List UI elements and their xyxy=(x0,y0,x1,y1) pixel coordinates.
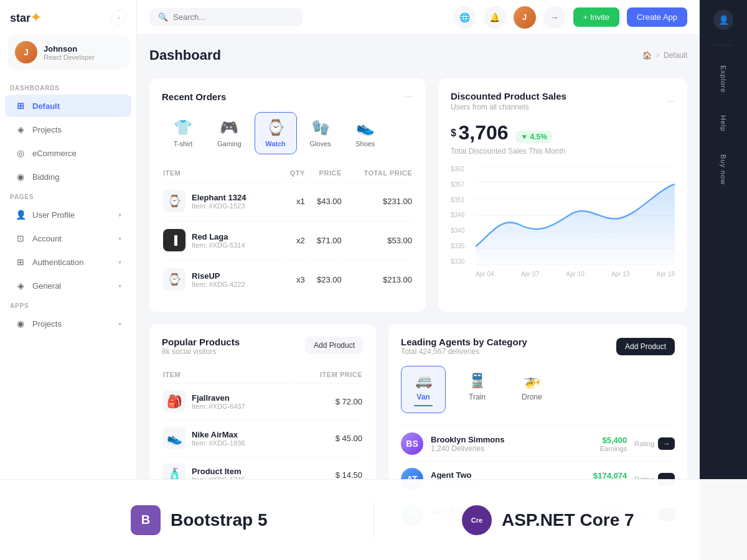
invite-button[interactable]: + Invite xyxy=(573,7,619,27)
product-price: $ 72.00 xyxy=(295,383,362,419)
category-tabs: 👕 T-shirt 🎮 Gaming ⌚ Watch 🧤 xyxy=(162,112,413,154)
avatar: J xyxy=(15,41,37,63)
sales-number: 3,706 xyxy=(459,121,509,144)
item-qty: x2 xyxy=(283,221,305,259)
list-item: 🎒 Fjallraven Item: #XDG-6437 $ 72.00 xyxy=(163,383,362,419)
agent-tab-train[interactable]: 🚆 Train xyxy=(456,366,499,413)
search-box[interactable]: 🔍 xyxy=(149,8,303,26)
products-table: ITEM ITEM PRICE 🎒 Fjallraven xyxy=(162,366,364,493)
globe-icon[interactable]: 🌐 xyxy=(454,6,476,29)
bootstrap-label: Bootstrap 5 xyxy=(171,510,268,530)
sidebar-item-label: User Profile xyxy=(32,210,75,220)
sidebar-item-authentication[interactable]: ⊞ Authentication ▾ xyxy=(5,251,131,273)
bootstrap-badge: B xyxy=(131,505,161,535)
right-panel-avatar[interactable]: 👤 xyxy=(713,10,733,30)
agent-tab-drone[interactable]: 🚁 Drone xyxy=(509,366,555,413)
agent-tab-van[interactable]: 🚐 Van xyxy=(401,366,446,413)
apps-projects-icon: ◉ xyxy=(15,318,26,329)
sidebar-item-account[interactable]: ⊡ Account ▾ xyxy=(5,227,131,250)
sales-description: Total Discounted Sales This Month xyxy=(451,147,675,156)
explore-label[interactable]: Explore xyxy=(720,60,727,98)
list-item: 👟 Nike AirMax Item: #XDG-1836 $ 45.00 xyxy=(163,420,362,455)
product-name: Nike AirMax xyxy=(192,430,245,439)
product-image: 🎒 xyxy=(163,390,186,413)
category-tab-watch[interactable]: ⌚ Watch xyxy=(255,112,297,154)
sidebar-item-projects[interactable]: ◈ Projects xyxy=(5,118,131,141)
item-image: ▐ xyxy=(163,229,186,251)
sidebar-collapse-button[interactable]: ‹ xyxy=(111,10,126,25)
rating-button[interactable]: → xyxy=(658,437,675,450)
sales-badge: ▼ 4.5% xyxy=(515,131,552,143)
sidebar-item-bidding[interactable]: ◉ Bidding xyxy=(5,166,131,188)
sidebar-item-apps-projects[interactable]: ◉ Projects ▾ xyxy=(5,312,131,335)
item-price: $23.00 xyxy=(306,260,342,298)
popular-products-title: Popular Products xyxy=(162,337,240,347)
create-app-button[interactable]: Create App xyxy=(627,7,687,27)
agents-title: Leading Agents by Category xyxy=(401,337,527,347)
category-tab-shoes[interactable]: 👟 Shoes xyxy=(344,112,387,154)
sidebar-item-label: eCommerce xyxy=(32,149,77,158)
recent-orders-card: Recent Orders ··· 👕 T-shirt 🎮 Gaming xyxy=(149,78,426,312)
card-menu-icon[interactable]: ··· xyxy=(405,91,413,102)
sidebar-item-ecommerce[interactable]: ◎ eCommerce xyxy=(5,142,131,164)
item-id: Item: #XDG-1523 xyxy=(192,202,246,210)
col-total: TOTAL PRICE xyxy=(343,166,412,180)
dollar-sign: $ xyxy=(451,128,456,138)
agents-add-product-button[interactable]: Add Product xyxy=(616,338,675,355)
sidebar-item-general[interactable]: ◈ General ▾ xyxy=(5,274,131,297)
earnings-label: Earnings xyxy=(571,445,627,452)
promo-overlay: B Bootstrap 5 Cre ASP.NET Core 7 xyxy=(0,479,747,560)
product-image: 👟 xyxy=(163,427,186,449)
aspnet-icon: Cre xyxy=(471,516,482,524)
agent-deliveries: 1,240 Deliveries xyxy=(431,444,563,453)
sales-amount: $ 3,706 ▼ 4.5% xyxy=(451,121,675,144)
product-name: Product Item xyxy=(192,467,245,476)
category-tab-gloves[interactable]: 🧤 Gloves xyxy=(299,112,342,154)
dashboards-section-label: DASHBOARDS xyxy=(0,80,136,94)
col-item: ITEM xyxy=(163,367,294,382)
item-total: $231.00 xyxy=(343,182,412,220)
table-row: ▐ Red Laga Item: #XDG-5314 x2 $71.00 xyxy=(163,221,412,259)
user-role: React Developer xyxy=(44,54,95,61)
topbar: 🔍 🌐 🔔 J → + Invite Create App xyxy=(137,0,700,35)
aspnet-label: ASP.NET Core 7 xyxy=(502,510,634,530)
add-product-button[interactable]: Add Product xyxy=(305,337,364,354)
col-price: ITEM PRICE xyxy=(295,367,362,382)
item-total: $53.00 xyxy=(343,221,412,259)
sidebar-item-user-profile[interactable]: 👤 User Profile ▾ xyxy=(5,203,131,226)
gaming-icon: 🎮 xyxy=(220,119,238,136)
buy-now-label[interactable]: Buy now xyxy=(720,149,727,190)
search-icon: 🔍 xyxy=(158,12,168,22)
gloves-icon: 🧤 xyxy=(311,119,330,136)
category-tab-gaming[interactable]: 🎮 Gaming xyxy=(207,112,252,154)
item-image: ⌚ xyxy=(163,190,186,212)
topbar-avatar[interactable]: J xyxy=(514,6,536,29)
ecommerce-icon: ◎ xyxy=(15,147,26,159)
home-icon: 🏠 xyxy=(642,51,652,60)
orders-table: ITEM QTY PRICE TOTAL PRICE ⌚ xyxy=(162,164,413,299)
recent-orders-title: Recent Orders xyxy=(162,91,226,102)
watch-icon: ⌚ xyxy=(266,119,285,136)
van-icon: 🚐 xyxy=(415,373,432,389)
arrow-right-icon[interactable]: → xyxy=(543,6,566,29)
user-name: Johnson xyxy=(44,44,95,54)
product-id: Item: #XDG-6437 xyxy=(192,403,245,410)
notification-icon[interactable]: 🔔 xyxy=(484,6,506,29)
chevron-down-icon: ▾ xyxy=(118,259,121,266)
item-image: ⌚ xyxy=(163,268,186,291)
sidebar-item-default[interactable]: ⊞ Default xyxy=(5,95,131,117)
agents-subtitle: Total 424,567 deliveries xyxy=(401,347,527,356)
help-label[interactable]: Help xyxy=(720,110,727,137)
drone-icon: 🚁 xyxy=(524,373,540,389)
item-name: RiseUP xyxy=(192,271,245,281)
item-id: Item: #XDG-4222 xyxy=(192,281,245,288)
col-price: PRICE xyxy=(306,166,342,180)
category-tab-tshirt[interactable]: 👕 T-shirt xyxy=(162,112,204,154)
cards-row: Recent Orders ··· 👕 T-shirt 🎮 Gaming xyxy=(149,78,687,312)
search-input[interactable] xyxy=(173,12,294,22)
sidebar-item-label: Authentication xyxy=(32,258,83,267)
authentication-icon: ⊞ xyxy=(15,256,26,268)
card-menu-icon[interactable]: ··· xyxy=(667,96,675,107)
user-icon: 👤 xyxy=(718,15,729,25)
chevron-down-icon: ▾ xyxy=(118,320,121,327)
